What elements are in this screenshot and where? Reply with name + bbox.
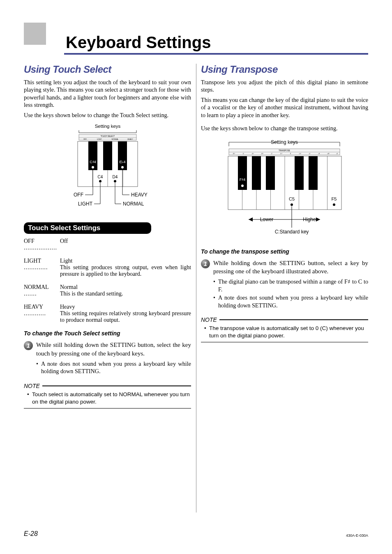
note-heading-left: NOTE [24,383,191,389]
touch-sticker: TOUCH SELECT OFF LIGHT NORMAL HEAVY [79,134,136,140]
transpose-diagram: Setting keys TRANSPOSE -6♯ -5 -4♯ -3♯ -2… [201,136,368,239]
touch-step-bullets: A note does not sound when you press a k… [24,360,191,375]
touch-diagram: Setting keys TOUCH SELECT OFF LIGHT NORM… [24,123,191,213]
svg-text:OFF: OFF [83,138,87,140]
touch-leader-off: OFF [74,192,83,198]
setting-heavy: HEAVY ............ HeavyThis setting req… [24,304,191,323]
touch-intro-2: Use the keys shown below to change the T… [24,111,191,119]
svg-text:-6♯: -6♯ [233,153,235,155]
transpose-step-bullets: The digital piano can be transposed with… [201,278,368,309]
svg-rect-49 [309,156,318,190]
svg-text:LIGHT: LIGHT [97,138,102,140]
svg-text:C4: C4 [97,175,103,179]
transpose-intro-1: Transpose lets you adjust the pitch of t… [201,78,368,94]
touch-band-title: Touch Select Settings [24,222,151,234]
touch-diagram-caption: Setting keys [95,124,120,129]
svg-marker-56 [249,217,253,222]
step-badge-icon: 1 [24,341,33,350]
transpose-howto-title: To change the transpose setting [201,248,368,255]
list-item: The transpose value is automatically set… [204,325,368,339]
setting-normal: NORMAL ....... NormalThis is the standar… [24,284,191,297]
touch-leader-light: LIGHT [78,201,92,207]
svg-point-55 [333,203,335,206]
svg-point-18 [99,180,101,182]
note-heading-right: NOTE [201,316,368,323]
svg-rect-47 [266,156,275,190]
svg-text:-3♯: -3♯ [261,153,263,155]
svg-rect-11 [88,141,97,170]
svg-rect-46 [252,156,261,190]
svg-text:HEAVY: HEAVY [127,138,133,140]
svg-text:E♭4: E♭4 [119,160,125,164]
svg-text:-4♯: -4♯ [252,153,254,155]
svg-text:C5: C5 [289,196,295,201]
note-label: NOTE [201,316,217,323]
svg-rect-12 [103,141,112,170]
setting-light: LIGHT ............. LightThis setting pr… [24,258,191,277]
svg-text:-5: -5 [243,153,244,155]
setting-off: OFF .................. Off [24,238,191,251]
svg-text:F5: F5 [332,196,337,201]
svg-text:+4♯: +4♯ [327,153,330,155]
svg-text:+1♯: +1♯ [299,153,301,155]
list-item: A note does not sound when you press a k… [213,294,368,309]
column-divider [196,64,196,512]
step-badge-icon: 1 [201,259,210,268]
svg-point-16 [92,166,94,169]
svg-point-51 [241,185,244,187]
svg-rect-13 [118,141,127,170]
section-title-transpose: Using Transpose [201,64,368,75]
touch-leader-heavy: HEAVY [131,192,148,198]
transpose-diagram-caption: Setting keys [271,139,298,145]
svg-text:C♯4: C♯4 [90,160,96,164]
svg-text:TOUCH SELECT: TOUCH SELECT [100,135,115,137]
svg-text:F♯4: F♯4 [240,178,246,182]
transpose-intro-2: This means you can change the key of the… [201,96,368,119]
chapter-decor-block [24,23,46,45]
touch-keys: C♯4 E♭4 C4 D4 [78,141,138,204]
touch-intro-1: This setting lets you adjust the touch o… [24,78,191,109]
transpose-higher: Higher [303,217,318,222]
svg-text:+3: +3 [318,153,320,155]
chapter-title: Keyboard Settings [66,34,211,51]
note-items-left: Touch select is automatically set to NOR… [24,391,191,406]
transpose-std: C:Standard key [275,229,309,235]
transpose-intro-3: Use the keys shown below to change the t… [201,125,368,132]
chapter-rule [64,53,368,55]
doc-code: 430A-E-030A [346,533,368,538]
svg-text:-1♯: -1♯ [280,153,282,155]
note-label: NOTE [24,383,40,389]
svg-point-53 [291,203,293,206]
transpose-keys: F♯4 C5 F5 [228,156,341,228]
transpose-lower: Lower [260,217,274,222]
page-number: E-28 [24,530,38,538]
transpose-sticker: TRANSPOSE -6♯ -5 -4♯ -3♯ -2 -1♯ 0 +1♯ +2… [229,149,340,155]
svg-text:TRANSPOSE: TRANSPOSE [279,150,291,152]
note-rule-left [24,408,191,409]
list-item: The digital piano can be transposed with… [213,278,368,293]
note-rule-right [201,342,368,342]
svg-text:0: 0 [290,153,291,155]
svg-text:NORMAL: NORMAL [111,138,119,140]
svg-text:+2: +2 [309,153,310,155]
svg-point-19 [114,180,116,182]
touch-howto-title: To change the Touch Select setting [24,330,191,337]
list-item: Touch select is automatically set to NOR… [27,391,191,406]
note-items-right: The transpose value is automatically set… [201,325,368,339]
svg-point-17 [121,166,124,169]
section-title-touch: Using Touch Select [24,64,191,75]
chapter-header: Keyboard Settings [24,23,368,51]
touch-leader-normal: NORMAL [123,201,144,207]
transpose-step-1: 1 While holding down the SETTING button,… [201,259,368,276]
list-item: A note does not sound when you press a k… [36,360,191,375]
svg-text:-2: -2 [271,153,272,155]
touch-step-1: 1 While still holding down the SETTING b… [24,341,191,358]
svg-text:D4: D4 [112,175,118,179]
svg-rect-48 [295,156,304,190]
svg-text:+5: +5 [336,153,338,155]
